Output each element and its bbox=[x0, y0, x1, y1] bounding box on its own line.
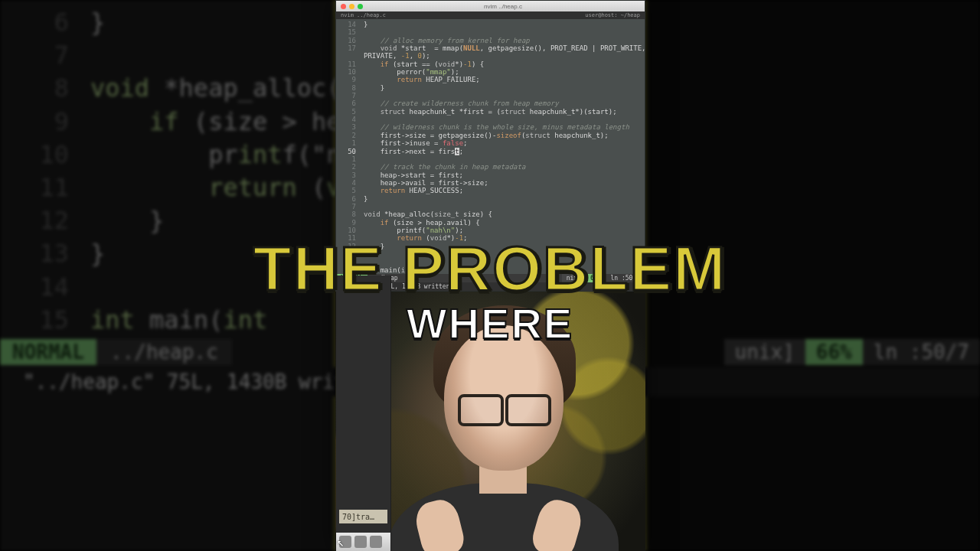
code-line[interactable]: 1 first->inuse = false; bbox=[336, 139, 645, 147]
code-line[interactable]: 10 printf("nah\n"); bbox=[336, 227, 645, 234]
code-line[interactable]: 4 heap->avail = first->size; bbox=[336, 179, 645, 187]
code-line[interactable]: 2 first->size = getpagesize()-sizeof(str… bbox=[336, 132, 645, 139]
code-line[interactable]: 2 // track the chunk in heap metadata bbox=[336, 163, 645, 171]
code-line[interactable]: 7 bbox=[336, 92, 645, 99]
code-line[interactable]: 10 perror("mmap"); bbox=[336, 68, 645, 76]
tmux-left: nvim ../heap.c bbox=[341, 12, 386, 18]
code-line[interactable]: 13} bbox=[336, 250, 645, 258]
bg-percent: 66% bbox=[805, 339, 863, 365]
code-line[interactable]: 11 if (start == (void*)-1) { bbox=[336, 60, 645, 68]
bg-position: ln :50/7 bbox=[863, 339, 980, 365]
maximize-icon[interactable] bbox=[358, 4, 363, 9]
code-line[interactable]: 4 bbox=[336, 116, 645, 123]
window-title: nvim ../heap.c bbox=[366, 3, 640, 10]
code-line[interactable]: 3 // wilderness chunk is the whole size,… bbox=[336, 123, 645, 131]
code-line[interactable]: 7 bbox=[336, 203, 645, 210]
tmux-right: user@host: ~/heap bbox=[585, 12, 640, 18]
code-line[interactable]: 6 // create wilderness chunk from heap m… bbox=[336, 99, 645, 107]
position-indicator: ln :50/7 bbox=[606, 274, 645, 282]
tab-label: 70]tra… bbox=[342, 513, 374, 521]
window-titlebar[interactable]: nvim ../heap.c bbox=[336, 1, 645, 11]
code-line[interactable]: 15 bbox=[336, 28, 645, 36]
code-line[interactable]: 3 heap->start = first; bbox=[336, 171, 645, 179]
terminal-window[interactable]: nvim ../heap.c nvim ../heap.c user@host:… bbox=[335, 0, 645, 292]
code-line[interactable]: 14 bbox=[336, 258, 645, 266]
close-icon[interactable] bbox=[341, 4, 346, 9]
bg-file-path: ../heap.c bbox=[96, 339, 232, 365]
glasses-icon bbox=[458, 394, 551, 420]
tmux-statusline: nvim ../heap.c user@host: ~/heap bbox=[336, 11, 645, 19]
code-line[interactable]: 9 return HEAP_FAILURE; bbox=[336, 76, 645, 83]
code-line[interactable]: 50 first->next = first; bbox=[336, 148, 645, 155]
code-line[interactable]: 17 void *start = mmap(NULL, getpagesize(… bbox=[336, 44, 645, 52]
taskbar-app-icon[interactable] bbox=[370, 536, 382, 548]
code-line[interactable]: 16 // alloc memory from kernel for heap bbox=[336, 37, 645, 44]
mouse-cursor-icon: ↖ bbox=[337, 535, 345, 549]
bg-mode-indicator: NORMAL bbox=[0, 339, 96, 365]
percent-indicator: 66% bbox=[586, 274, 606, 282]
code-line[interactable]: 15int main(in bbox=[336, 266, 645, 274]
secondary-terminal-pane[interactable]: 70]tra… bbox=[336, 276, 391, 551]
code-line[interactable]: 1 bbox=[336, 155, 645, 163]
encoding-indicator: nix] bbox=[562, 274, 586, 282]
code-line[interactable]: PRIVATE, -1, 0); bbox=[336, 52, 645, 60]
code-line[interactable]: 5 struct heapchunk_t *first = (struct he… bbox=[336, 108, 645, 116]
code-line[interactable]: 14} bbox=[336, 21, 645, 28]
code-line[interactable]: 5 return HEAP_SUCCESS; bbox=[336, 187, 645, 194]
bg-encoding: unix] bbox=[724, 339, 805, 365]
code-line[interactable]: 9 if (size > heap.avail) { bbox=[336, 219, 645, 227]
taskbar-search-icon[interactable] bbox=[354, 536, 367, 548]
code-line[interactable]: 12 } bbox=[336, 243, 645, 250]
code-line[interactable]: 8void *heap_alloc(size_t size) { bbox=[336, 210, 645, 218]
code-line[interactable]: 8 } bbox=[336, 84, 645, 92]
minimize-icon[interactable] bbox=[349, 4, 354, 9]
code-line[interactable]: 6} bbox=[336, 195, 645, 203]
terminal-tab[interactable]: 70]tra… bbox=[339, 510, 387, 523]
code-editor[interactable]: 14}1516 // alloc memory from kernel for … bbox=[336, 19, 645, 274]
code-line[interactable]: 11 return (void*)-1; bbox=[336, 234, 645, 242]
